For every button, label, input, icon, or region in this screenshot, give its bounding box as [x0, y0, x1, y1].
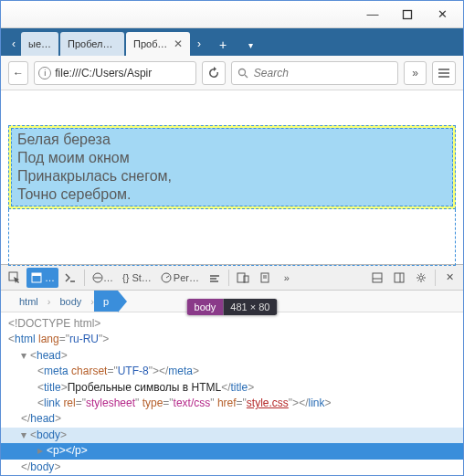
console-tab[interactable] — [60, 268, 80, 288]
tab-overflow[interactable]: ые… — [21, 32, 58, 56]
settings-icon[interactable] — [411, 268, 431, 288]
url-input[interactable] — [55, 67, 192, 79]
dock-side-icon[interactable] — [389, 268, 409, 288]
dom-node[interactable]: </body> — [1, 460, 463, 475]
styleeditor-tab[interactable]: {} St… — [119, 268, 155, 288]
tab-label: Пробельные… — [68, 38, 117, 49]
debugger-tab[interactable]: … — [89, 268, 117, 288]
highlight-body-remainder — [8, 209, 456, 266]
element-tooltip: body 481 × 80 — [187, 299, 278, 315]
dom-node[interactable]: ▾<body> — [1, 428, 463, 443]
search-icon — [237, 68, 248, 79]
dom-node-selected[interactable]: ▸<p></p> — [1, 443, 463, 459]
tab-label: Пробель… — [133, 38, 168, 49]
svg-line-2 — [245, 75, 248, 78]
breadcrumb-item[interactable]: body — [50, 291, 90, 312]
dom-node[interactable]: ▾<head> — [1, 348, 463, 364]
tab-list-dropdown[interactable]: ▾ — [239, 34, 261, 56]
tooltip-dimensions: 481 × 80 — [223, 299, 277, 315]
dom-node[interactable]: <meta charset="UTF-8"></meta> — [1, 364, 463, 379]
window-minimize-button[interactable]: — — [355, 4, 390, 26]
svg-rect-15 — [373, 273, 382, 282]
page-text-line: Точно серебром. — [17, 185, 447, 204]
page-text-line: Под моим окном — [17, 149, 447, 167]
tab-scroll-left[interactable]: ‹ — [7, 32, 20, 56]
new-tab-button[interactable]: + — [212, 34, 234, 56]
devtools-toolbar: … … {} St… Per… » ✕ — [1, 265, 463, 291]
tooltip-tagname: body — [187, 299, 224, 315]
dom-node[interactable]: <title>Пробельные символы в HTML</title> — [1, 380, 463, 396]
tab-scroll-right[interactable]: › — [193, 32, 206, 56]
tab-item-active[interactable]: Пробель… ✕ — [126, 32, 190, 56]
inspector-pick-icon[interactable] — [5, 268, 25, 288]
dom-node[interactable]: <html lang="ru-RU"> — [1, 332, 463, 347]
breadcrumb-item[interactable]: html — [10, 291, 47, 312]
devtools-panel: … … {} St… Per… » ✕ html › body › p <!DO… — [1, 264, 463, 476]
window-close-button[interactable]: ✕ — [425, 4, 459, 26]
devtools-close-icon[interactable]: ✕ — [439, 268, 459, 288]
dom-tree[interactable]: <!DOCTYPE html> <html lang="ru-RU"> ▾<he… — [1, 312, 463, 476]
page-text-line: Принакрылась снегом, — [17, 167, 447, 185]
twisty-icon[interactable]: ▾ — [21, 348, 30, 364]
svg-rect-5 — [32, 273, 41, 276]
tab-close-icon[interactable]: ✕ — [174, 37, 183, 50]
highlight-body-margin: Белая береза Под моим окном Принакрылась… — [8, 125, 456, 209]
search-field[interactable] — [231, 61, 398, 85]
inspector-tab[interactable]: … — [26, 268, 58, 288]
svg-point-1 — [238, 69, 245, 75]
page-viewport: Белая береза Под моим окном Принакрылась… — [1, 90, 463, 264]
dom-node[interactable]: </head> — [1, 411, 463, 427]
twisty-icon[interactable]: ▸ — [37, 443, 47, 459]
responsive-design-icon[interactable] — [233, 268, 253, 288]
window-titlebar: — ✕ — [1, 1, 463, 28]
tab-label: ые… — [28, 38, 51, 49]
hamburger-menu-button[interactable] — [432, 61, 456, 85]
browser-toolbar: ← i » — [1, 56, 463, 90]
dom-node[interactable]: <link rel="stylesheet" type="text/css" h… — [1, 396, 463, 411]
breadcrumb-item-active[interactable]: p — [94, 291, 118, 312]
devtools-more-icon[interactable]: » — [277, 268, 297, 288]
highlight-p-element: Белая береза Под моим окном Принакрылась… — [11, 128, 453, 206]
scratchpad-icon[interactable] — [255, 268, 275, 288]
window-maximize-button[interactable] — [390, 4, 425, 26]
search-input[interactable] — [254, 67, 392, 79]
browser-tabstrip: ‹ ые… Пробельные… Пробель… ✕ › + ▾ — [1, 28, 463, 56]
tab-item[interactable]: Пробельные… — [60, 32, 124, 56]
nav-back-button[interactable]: ← — [8, 61, 28, 85]
twisty-icon[interactable]: ▾ — [21, 428, 30, 443]
performance-tab[interactable]: Per… — [157, 268, 203, 288]
svg-line-9 — [166, 276, 169, 278]
page-text-line: Белая береза — [17, 131, 447, 149]
overflow-button[interactable]: » — [404, 61, 427, 85]
url-field[interactable]: i — [34, 61, 196, 85]
svg-point-19 — [419, 276, 423, 280]
svg-rect-17 — [395, 273, 404, 282]
svg-rect-0 — [404, 10, 412, 18]
split-console-icon[interactable] — [367, 268, 387, 288]
site-info-icon[interactable]: i — [38, 67, 51, 79]
reload-button[interactable] — [202, 61, 226, 85]
dom-node[interactable]: <!DOCTYPE html> — [1, 316, 463, 332]
network-tab[interactable] — [205, 268, 225, 288]
